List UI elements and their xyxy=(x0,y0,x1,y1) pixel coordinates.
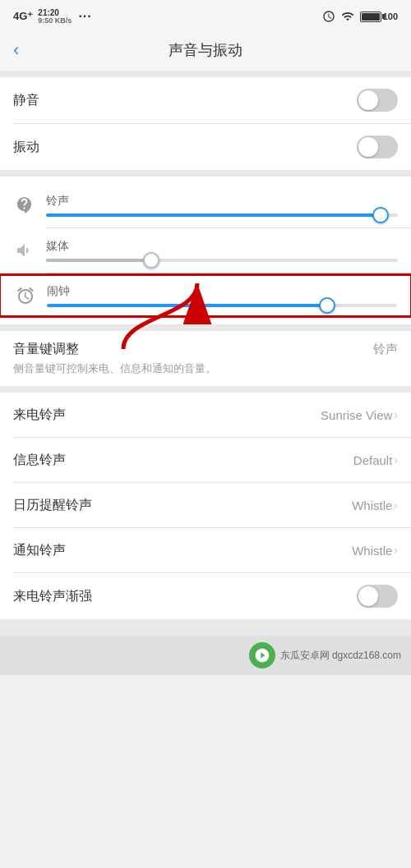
alarm-icon-slider xyxy=(14,284,37,307)
media-slider-label: 媒体 xyxy=(46,239,398,254)
speed-display: 9:50 KB/s xyxy=(38,17,72,25)
incoming-ringtone-row[interactable]: 来电铃声 Sunrise View › xyxy=(0,393,411,437)
wifi-icon xyxy=(340,10,355,23)
silent-toggle[interactable] xyxy=(357,89,398,112)
ringtone-fade-row: 来电铃声渐强 xyxy=(0,573,411,619)
watermark-bar: 东瓜安卓网 dgxcdz168.com xyxy=(0,636,411,675)
network-indicator: 4G⁺ xyxy=(13,10,33,22)
ringtone-fade-label: 来电铃声渐强 xyxy=(13,588,92,605)
calendar-ringtone-value: Whistle › xyxy=(352,498,398,512)
status-bar: 4G⁺ 21:20 9:50 KB/s ··· 100 xyxy=(0,0,411,30)
incoming-ringtone-value: Sunrise View › xyxy=(321,408,398,422)
ringtone-slider-thumb[interactable] xyxy=(372,207,389,223)
status-right: 100 xyxy=(322,10,398,23)
message-ringtone-value: Default › xyxy=(353,453,398,467)
message-ringtone-row[interactable]: 信息铃声 Default › xyxy=(0,438,411,482)
status-left: 4G⁺ 21:20 9:50 KB/s ··· xyxy=(13,8,92,25)
media-slider-thumb[interactable] xyxy=(143,252,159,269)
vibrate-label: 振动 xyxy=(13,139,39,156)
vibrate-toggle[interactable] xyxy=(357,135,398,158)
notification-chevron-icon: › xyxy=(394,544,398,557)
calendar-ringtone-label: 日历提醒铃声 xyxy=(13,497,92,514)
media-slider-content: 媒体 xyxy=(46,239,398,262)
vibrate-toggle-thumb xyxy=(358,137,378,157)
volume-key-value: 铃声 xyxy=(373,342,398,357)
media-slider-fill xyxy=(46,259,151,262)
notification-ringtone-row[interactable]: 通知铃声 Whistle › xyxy=(0,528,411,572)
calendar-chevron-icon: › xyxy=(394,498,398,512)
ringtone-slider-track[interactable] xyxy=(46,214,398,217)
ringtone-settings-section: 来电铃声 Sunrise View › 信息铃声 Default › 日历提醒铃… xyxy=(0,393,411,619)
volume-key-label: 音量键调整 xyxy=(13,341,79,358)
ringtone-slider-label: 铃声 xyxy=(46,194,398,209)
battery-indicator: 100 xyxy=(360,11,398,22)
calendar-ringtone-row[interactable]: 日历提醒铃声 Whistle › xyxy=(0,483,411,527)
top-divider xyxy=(0,71,411,77)
mid-divider xyxy=(0,170,411,177)
incoming-ringtone-label: 来电铃声 xyxy=(13,406,66,424)
message-ringtone-label: 信息铃声 xyxy=(13,452,66,469)
notification-ringtone-value: Whistle › xyxy=(352,544,398,558)
message-chevron-icon: › xyxy=(394,453,398,466)
media-icon xyxy=(13,239,36,262)
ringtone-slider-content: 铃声 xyxy=(46,194,398,217)
silent-toggle-thumb xyxy=(358,90,378,110)
bottom-divider xyxy=(0,619,411,636)
ringtone-fade-toggle-thumb xyxy=(358,586,378,606)
vibrate-row: 振动 xyxy=(0,124,411,170)
back-button[interactable]: ‹ xyxy=(13,39,19,61)
time-display: 21:20 xyxy=(38,8,72,17)
ringtone-fade-toggle[interactable] xyxy=(357,585,398,608)
after-vol-key-divider xyxy=(0,386,411,393)
page-title: 声音与振动 xyxy=(13,40,398,60)
volume-key-desc: 侧音量键可控制来电、信息和通知的音量。 xyxy=(13,361,398,376)
alarm-icon xyxy=(322,10,335,23)
media-slider-track[interactable] xyxy=(46,259,398,262)
ringtone-slider-row: 铃声 xyxy=(0,183,411,227)
watermark-text: 东瓜安卓网 dgxcdz168.com xyxy=(280,649,401,663)
notification-ringtone-label: 通知铃声 xyxy=(13,542,66,559)
page-header: ‹ 声音与振动 xyxy=(0,30,411,71)
silent-row: 静音 xyxy=(0,77,411,123)
incoming-chevron-icon: › xyxy=(394,408,398,421)
ringtone-slider-fill xyxy=(46,214,381,217)
media-slider-row: 媒体 xyxy=(0,228,411,273)
dots-indicator: ··· xyxy=(78,9,91,24)
ringtone-icon xyxy=(13,194,36,217)
alarm-slider-thumb[interactable] xyxy=(319,297,335,314)
silent-section: 静音 振动 xyxy=(0,77,411,170)
silent-label: 静音 xyxy=(13,92,39,109)
watermark-logo xyxy=(249,642,275,668)
